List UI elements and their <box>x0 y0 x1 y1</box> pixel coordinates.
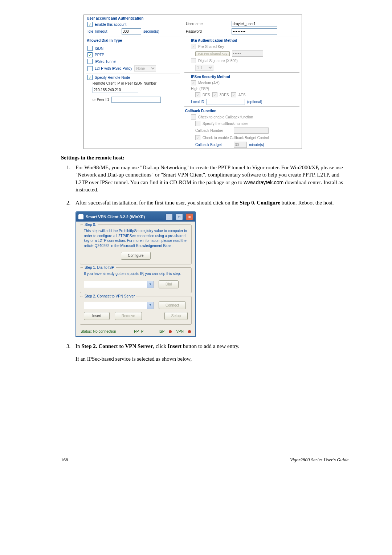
cb-budget-input <box>234 142 247 148</box>
isdn-row: ISDN <box>84 45 182 52</box>
status-bar: Status: No connection PPTP ISP VPN <box>80 328 192 334</box>
l2tp-row: L2TP with IPSec Policy None <box>84 65 182 72</box>
right-column: Username Password IKE Authentication Met… <box>182 15 302 149</box>
setup-button: Setup <box>164 312 188 320</box>
username-label: Username <box>186 22 229 26</box>
connect-button: Connect <box>159 301 186 309</box>
callback-heading: Callback Function <box>182 108 302 114</box>
aes-checkbox: ✓ <box>231 92 236 97</box>
cb-budget-label: Callback Budget <box>195 143 232 147</box>
ike-psk-row: IKE Pre-Shared Key <box>182 50 302 57</box>
specify-remote-checkbox[interactable]: ✓ <box>87 75 93 80</box>
step-2-text-a: After successful installation, for the f… <box>75 200 240 206</box>
draytek-url: www.draytek.com <box>244 179 284 185</box>
idle-timeout-unit: second(s) <box>143 29 159 33</box>
idle-timeout-input[interactable] <box>122 28 141 35</box>
cb-budget-unit: minute(s) <box>249 143 264 147</box>
step0-title: Step 0. <box>83 222 98 227</box>
step1-group: Step 1. Dial to ISP If you have already … <box>80 267 192 293</box>
vpn-label: VPN <box>176 329 184 334</box>
username-row: Username <box>182 20 302 28</box>
ipsec-tunnel-label: IPSec Tunnel <box>95 60 116 64</box>
dsig-label: Digital Signature (X.509) <box>198 59 238 63</box>
step-3-c: , click <box>153 343 167 349</box>
enable-account-row: ✓ Enable this account <box>84 21 182 28</box>
status-text: Status: No connection <box>81 329 116 334</box>
psk-checkbox: ✓ <box>191 44 196 49</box>
step0-group: Step 0. This step will add the ProhibitI… <box>80 224 192 264</box>
step-3-after: If an IPSec-based service is selected as… <box>75 355 348 362</box>
vpn-server-combo[interactable]: ▼ <box>84 302 154 309</box>
l2tp-policy-select: None <box>134 65 156 72</box>
user-account-heading: User account and Authentication <box>84 15 182 21</box>
app-icon <box>78 214 83 219</box>
pptp-checkbox[interactable]: ✓ <box>87 52 93 57</box>
minimize-button[interactable]: _ <box>166 214 173 220</box>
ike-auth-heading: IKE Authentication Method <box>182 37 302 43</box>
dsig-row: Digital Signature (X.509) <box>182 57 302 64</box>
local-id-input[interactable] <box>207 99 245 105</box>
idle-timeout-row: Idle Timeout second(s) <box>84 28 182 35</box>
guide-name: Vigor2800 Series User's Guide <box>290 457 348 463</box>
step1-title: Step 1. Dial to ISP <box>83 265 116 270</box>
step0-text: This step will add the ProhibitIpSec reg… <box>84 228 188 248</box>
chevron-down-icon: ▼ <box>147 302 153 309</box>
configure-button[interactable]: Configure <box>121 252 150 260</box>
pptp-label: PPTP <box>95 53 104 57</box>
isdn-label: ISDN <box>95 46 103 50</box>
cb-specify-label: Specify the callback number <box>203 122 248 126</box>
smart-vpn-client-window: Smart VPN Client 3.2.2 (WinXP) _ □ ✕ Ste… <box>75 211 196 337</box>
password-input[interactable] <box>232 28 277 35</box>
cb-specify-checkbox <box>195 121 200 126</box>
step-3: In Step 2. Connect to VPN Server, click … <box>72 343 348 362</box>
local-id-optional: (optional) <box>247 100 262 104</box>
step-3-d: Insert <box>168 343 181 349</box>
dsig-select: 1-1 <box>195 65 213 71</box>
step1-text: If you have already gotten a public IP, … <box>84 271 188 276</box>
window-body: Step 0. This step will add the ProhibitI… <box>76 222 195 336</box>
l2tp-checkbox[interactable] <box>87 66 93 71</box>
step-2-bold: Step 0. Configure <box>240 200 280 206</box>
cb-enable-label: Check to enable Callback function <box>198 115 253 119</box>
page-footer: 168 Vigor2800 Series User's Guide <box>61 457 348 463</box>
peer-id-row: or Peer ID <box>84 96 182 104</box>
chevron-down-icon: ▼ <box>147 281 153 288</box>
password-row: Password <box>182 28 302 35</box>
maximize-button[interactable]: □ <box>176 214 183 220</box>
insert-button[interactable]: Insert <box>84 312 110 320</box>
remote-client-input-row <box>84 86 182 94</box>
ike-psk-button: IKE Pre-Shared Key <box>195 51 230 56</box>
high-esp-row: High (ESP) <box>182 86 302 92</box>
ipsec-tunnel-checkbox[interactable] <box>87 59 93 64</box>
remote-client-label: Remote Client IP or Peer ISDN Number <box>93 81 156 85</box>
specify-remote-label: Specify Remote Node <box>95 76 130 80</box>
isp-status-dot-icon <box>169 330 172 333</box>
step2-group: Step 2. Connect to VPN Server ▼ Connect … <box>80 296 192 325</box>
psk-label: Pre-Shared Key <box>198 45 224 49</box>
psk-row: ✓ Pre-Shared Key <box>182 43 302 50</box>
remote-client-ip-input[interactable] <box>93 87 138 93</box>
cb-budget-ctrl-checkbox: ✓ <box>195 135 200 140</box>
isp-combo[interactable]: ▼ <box>84 281 154 288</box>
cb-budget-ctrl-row: ✓ Check to enable Callback Budget Contro… <box>182 134 302 141</box>
ike-psk-value <box>232 50 263 57</box>
page-number: 168 <box>61 457 68 463</box>
close-button[interactable]: ✕ <box>186 214 193 220</box>
cb-budget-ctrl-label: Check to enable Callback Budget Control <box>203 136 269 140</box>
username-input[interactable] <box>232 21 277 27</box>
dsig-select-row: 1-1 <box>182 64 302 72</box>
ipsec-security-heading: IPSec Security Method <box>182 73 302 80</box>
medium-row: ✓ Medium (AH) <box>182 80 302 86</box>
cb-number-row: Callback Number <box>182 127 302 134</box>
peer-id-input[interactable] <box>111 97 161 103</box>
dsig-checkbox <box>191 58 196 63</box>
enable-account-checkbox[interactable]: ✓ <box>87 22 93 27</box>
allowed-dialin-heading: Allowed Dial-In Type <box>84 37 182 43</box>
step-1: For Win98/ME, you may use "Dial-up Netwo… <box>72 164 348 193</box>
specify-remote-row: ✓ Specify Remote Node <box>84 74 182 81</box>
isdn-checkbox[interactable] <box>87 46 93 51</box>
step-3-e: button to add a new entry. <box>181 343 239 349</box>
left-column: User account and Authentication ✓ Enable… <box>84 15 182 149</box>
local-id-row: Local ID (optional) <box>182 98 302 106</box>
remote-client-label-row: Remote Client IP or Peer ISDN Number <box>84 81 182 86</box>
